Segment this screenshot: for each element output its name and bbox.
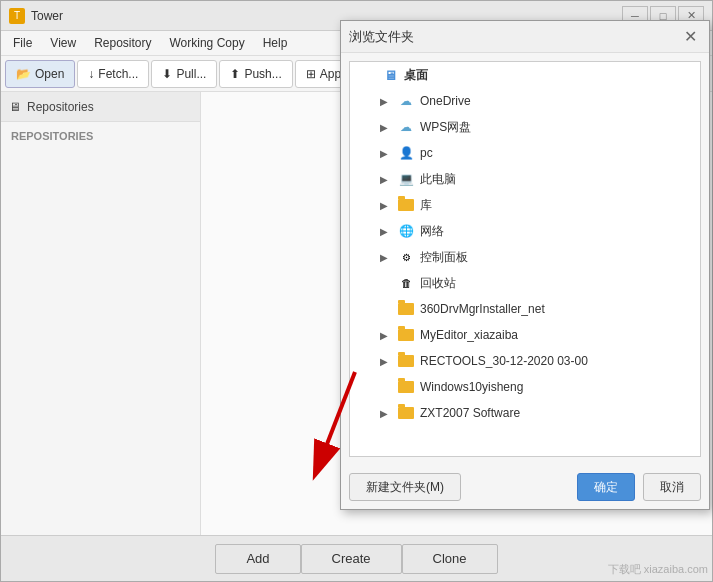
file-item-label: 库 <box>420 197 432 214</box>
menu-repository[interactable]: Repository <box>86 34 159 52</box>
sidebar-content <box>1 146 200 535</box>
menu-help[interactable]: Help <box>255 34 296 52</box>
window-title: Tower <box>31 9 63 23</box>
chevron-icon: ▶ <box>380 330 392 341</box>
file-type-icon <box>398 198 414 212</box>
dialog-close-button[interactable]: ✕ <box>679 26 701 48</box>
chevron-icon: ▶ <box>380 148 392 159</box>
tower-icon: T <box>9 8 25 24</box>
file-list-item[interactable]: ▶☁OneDrive <box>350 88 700 114</box>
file-type-icon: 🌐 <box>398 224 414 238</box>
file-list-item[interactable]: Windows10yisheng <box>350 374 700 400</box>
ok-button[interactable]: 确定 <box>577 473 635 501</box>
bottom-bar: Add Create Clone <box>1 535 712 581</box>
chevron-icon: ▶ <box>380 200 392 211</box>
file-list: 🖥桌面▶☁OneDrive▶☁WPS网盘▶👤pc▶💻此电脑▶库▶🌐网络▶⚙控制面… <box>350 62 700 456</box>
clone-button[interactable]: Clone <box>402 544 498 574</box>
chevron-icon: ▶ <box>380 122 392 133</box>
file-type-icon: ⚙ <box>398 250 414 264</box>
file-type-icon: 🗑 <box>398 276 414 290</box>
watermark: 下载吧 xiazaiba.com <box>608 562 708 577</box>
file-item-label: 此电脑 <box>420 171 456 188</box>
dialog-title: 浏览文件夹 <box>349 28 414 46</box>
chevron-icon: ▶ <box>380 252 392 263</box>
new-folder-button[interactable]: 新建文件夹(M) <box>349 473 461 501</box>
file-list-item[interactable]: ▶🌐网络 <box>350 218 700 244</box>
file-list-item[interactable]: ▶库 <box>350 192 700 218</box>
pull-icon: ⬇ <box>162 67 172 81</box>
file-list-item[interactable]: 🗑回收站 <box>350 270 700 296</box>
file-type-icon <box>398 380 414 394</box>
chevron-icon: ▶ <box>380 408 392 419</box>
menu-file[interactable]: File <box>5 34 40 52</box>
file-type-icon: ☁ <box>398 120 414 134</box>
open-icon: 📂 <box>16 67 31 81</box>
fetch-button[interactable]: ↓ Fetch... <box>77 60 149 88</box>
pull-button[interactable]: ⬇ Pull... <box>151 60 217 88</box>
file-type-icon: 💻 <box>398 172 414 186</box>
file-list-item[interactable]: 🖥桌面 <box>350 62 700 88</box>
file-list-item[interactable]: ▶MyEditor_xiazaiba <box>350 322 700 348</box>
file-list-container: 🖥桌面▶☁OneDrive▶☁WPS网盘▶👤pc▶💻此电脑▶库▶🌐网络▶⚙控制面… <box>349 61 701 457</box>
menu-working-copy[interactable]: Working Copy <box>162 34 253 52</box>
file-list-item[interactable]: ▶☁WPS网盘 <box>350 114 700 140</box>
sidebar-header-label: Repositories <box>27 100 94 114</box>
push-button[interactable]: ⬆ Push... <box>219 60 292 88</box>
sidebar-header-icon: 🖥 <box>9 100 21 114</box>
chevron-icon: ▶ <box>380 356 392 367</box>
file-item-label: RECTOOLS_30-12-2020 03-00 <box>420 354 588 368</box>
file-item-label: 360DrvMgrInstaller_net <box>420 302 545 316</box>
file-list-item[interactable]: 360DrvMgrInstaller_net <box>350 296 700 322</box>
file-item-label: 桌面 <box>404 67 428 84</box>
file-type-icon <box>398 354 414 368</box>
dialog-title-bar: 浏览文件夹 ✕ <box>341 21 709 53</box>
chevron-icon: ▶ <box>380 96 392 107</box>
file-list-item[interactable]: ▶RECTOOLS_30-12-2020 03-00 <box>350 348 700 374</box>
file-item-label: OneDrive <box>420 94 471 108</box>
file-browser-dialog: 浏览文件夹 ✕ 🖥桌面▶☁OneDrive▶☁WPS网盘▶👤pc▶💻此电脑▶库▶… <box>340 20 710 510</box>
chevron-icon: ▶ <box>380 174 392 185</box>
sidebar-header: 🖥 Repositories <box>1 92 200 122</box>
file-type-icon <box>398 328 414 342</box>
file-item-label: ZXT2007 Software <box>420 406 520 420</box>
file-item-label: 网络 <box>420 223 444 240</box>
open-button[interactable]: 📂 Open <box>5 60 75 88</box>
title-bar-left: T Tower <box>9 8 63 24</box>
dialog-bottom: 新建文件夹(M) 确定 取消 <box>341 465 709 509</box>
push-icon: ⬆ <box>230 67 240 81</box>
file-type-icon: ☁ <box>398 94 414 108</box>
add-button[interactable]: Add <box>215 544 300 574</box>
file-type-icon <box>398 302 414 316</box>
file-list-item[interactable]: ▶👤pc <box>350 140 700 166</box>
file-item-label: 回收站 <box>420 275 456 292</box>
file-type-icon: 👤 <box>398 146 414 160</box>
fetch-icon: ↓ <box>88 67 94 81</box>
sidebar-section-label: Repositories <box>1 122 200 146</box>
file-item-label: pc <box>420 146 433 160</box>
file-list-item[interactable]: ▶💻此电脑 <box>350 166 700 192</box>
create-button[interactable]: Create <box>301 544 402 574</box>
file-list-item[interactable]: ▶⚙控制面板 <box>350 244 700 270</box>
file-item-label: MyEditor_xiazaiba <box>420 328 518 342</box>
file-type-icon <box>398 406 414 420</box>
cancel-button[interactable]: 取消 <box>643 473 701 501</box>
file-list-item[interactable]: ▶ZXT2007 Software <box>350 400 700 426</box>
menu-view[interactable]: View <box>42 34 84 52</box>
app-icon: ⊞ <box>306 67 316 81</box>
file-type-icon: 🖥 <box>382 68 398 82</box>
sidebar: 🖥 Repositories Repositories <box>1 92 201 535</box>
file-item-label: 控制面板 <box>420 249 468 266</box>
file-item-label: Windows10yisheng <box>420 380 523 394</box>
file-item-label: WPS网盘 <box>420 119 471 136</box>
chevron-icon: ▶ <box>380 226 392 237</box>
